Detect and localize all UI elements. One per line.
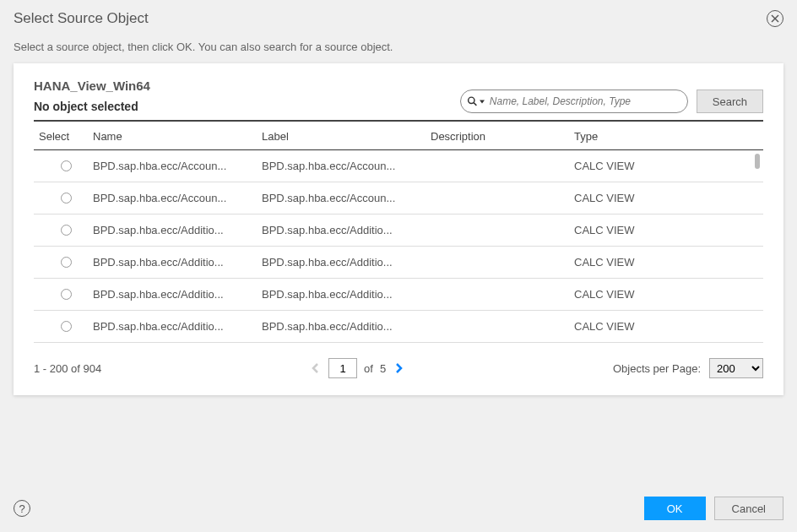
col-header-name: Name — [93, 130, 262, 143]
pagination-range: 1 - 200 of 904 — [34, 362, 101, 375]
dialog-footer: ? OK Cancel — [14, 497, 783, 520]
chevron-down-icon — [480, 100, 485, 103]
of-label: of — [364, 362, 373, 375]
row-radio[interactable] — [61, 193, 72, 204]
per-page-label: Objects per Page: — [613, 362, 701, 375]
next-page-button[interactable] — [393, 362, 404, 374]
select-source-dialog: Select Source Object Select a source obj… — [0, 0, 797, 532]
row-type: CALC VIEW — [574, 192, 763, 204]
row-type: CALC VIEW — [574, 256, 763, 269]
row-label: BPD.sap.hba.ecc/Additio... — [262, 224, 431, 236]
row-type: CALC VIEW — [574, 224, 763, 236]
search-area: Search — [460, 90, 763, 113]
row-label: BPD.sap.hba.ecc/Additio... — [262, 256, 431, 269]
row-radio[interactable] — [61, 289, 72, 300]
table-header: Select Name Label Description Type — [34, 122, 763, 150]
ok-button[interactable]: OK — [644, 497, 706, 520]
row-label: BPD.sap.hba.ecc/Additio... — [262, 288, 431, 301]
close-button[interactable] — [767, 10, 783, 27]
help-button[interactable]: ? — [14, 500, 30, 517]
row-radio[interactable] — [61, 257, 72, 268]
search-filter-dropdown[interactable] — [467, 96, 485, 107]
row-radio[interactable] — [61, 160, 72, 171]
panel-top: HANA_View_Win64 No object selected Searc… — [34, 79, 763, 113]
table-body[interactable]: BPD.sap.hba.ecc/Accoun... BPD.sap.hba.ec… — [34, 150, 763, 343]
row-label: BPD.sap.hba.ecc/Accoun... — [262, 160, 431, 172]
close-icon — [771, 14, 779, 23]
dialog-title: Select Source Object — [14, 10, 149, 27]
row-label: BPD.sap.hba.ecc/Additio... — [262, 320, 431, 333]
search-icon — [467, 96, 478, 107]
row-type: CALC VIEW — [574, 320, 763, 333]
search-input[interactable] — [460, 90, 688, 113]
pagination-bar: 1 - 200 of 904 of 5 Objects per Page: 20… — [34, 343, 763, 382]
row-type: CALC VIEW — [574, 288, 763, 301]
chevron-right-icon — [393, 362, 404, 374]
row-name: BPD.sap.hba.ecc/Additio... — [93, 288, 262, 301]
prev-page-button[interactable] — [310, 362, 322, 374]
table-row[interactable]: BPD.sap.hba.ecc/Additio... BPD.sap.hba.e… — [34, 311, 763, 343]
cancel-button[interactable]: Cancel — [714, 497, 783, 520]
table-row[interactable]: BPD.sap.hba.ecc/Additio... BPD.sap.hba.e… — [34, 247, 763, 279]
col-header-label: Label — [262, 130, 431, 143]
search-button[interactable]: Search — [697, 90, 763, 113]
row-type: CALC VIEW — [574, 160, 763, 172]
col-header-type: Type — [574, 130, 763, 143]
row-label: BPD.sap.hba.ecc/Accoun... — [262, 192, 431, 204]
row-name: BPD.sap.hba.ecc/Accoun... — [93, 160, 262, 172]
row-radio[interactable] — [61, 225, 72, 236]
chevron-left-icon — [310, 362, 322, 374]
help-icon: ? — [19, 502, 24, 515]
svg-point-2 — [468, 97, 474, 103]
row-name: BPD.sap.hba.ecc/Additio... — [93, 256, 262, 269]
page-number-input[interactable] — [328, 358, 357, 378]
col-header-select: Select — [34, 130, 93, 143]
svg-line-3 — [474, 103, 476, 106]
row-name: BPD.sap.hba.ecc/Additio... — [93, 320, 262, 333]
row-radio[interactable] — [61, 321, 72, 332]
scrollbar-thumb[interactable] — [755, 154, 760, 169]
row-name: BPD.sap.hba.ecc/Additio... — [93, 224, 262, 236]
per-page-select[interactable]: 200 — [709, 358, 763, 378]
table-row[interactable]: BPD.sap.hba.ecc/Accoun... BPD.sap.hba.ec… — [34, 182, 763, 214]
selection-status: No object selected — [34, 100, 150, 113]
main-panel: HANA_View_Win64 No object selected Searc… — [14, 63, 783, 395]
total-pages: 5 — [380, 362, 386, 375]
table-row[interactable]: BPD.sap.hba.ecc/Additio... BPD.sap.hba.e… — [34, 279, 763, 311]
dialog-header: Select Source Object — [0, 0, 797, 34]
col-header-description: Description — [431, 130, 574, 143]
table-row[interactable]: BPD.sap.hba.ecc/Accoun... BPD.sap.hba.ec… — [34, 150, 763, 182]
dialog-instruction: Select a source object, then click OK. Y… — [0, 34, 797, 63]
row-name: BPD.sap.hba.ecc/Accoun... — [93, 192, 262, 204]
table-row[interactable]: BPD.sap.hba.ecc/Additio... BPD.sap.hba.e… — [34, 214, 763, 247]
source-name: HANA_View_Win64 — [34, 79, 150, 93]
